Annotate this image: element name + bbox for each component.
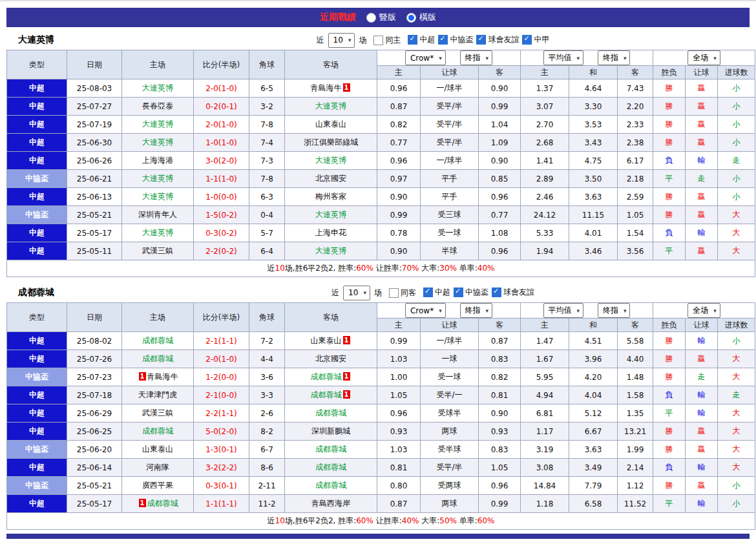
same-venue-checkbox[interactable]: 同主 [373, 35, 401, 46]
col-avg-draw: 和 [569, 66, 618, 79]
match-date: 25-07-18 [67, 386, 122, 404]
league-filter-label: 中協盃 [450, 34, 473, 45]
away-team: 梅州客家 [285, 188, 377, 206]
avg-home: 4.94 [521, 386, 569, 404]
summary-segment: 50% [439, 516, 457, 525]
team-name: 武漢三鎮 [142, 246, 173, 255]
goals-result: 小 [718, 134, 755, 152]
scope-select-group: 全场 ▾ [653, 50, 755, 66]
away-team: 山東泰山1 [285, 332, 377, 350]
result: 勝 [653, 116, 686, 134]
score: 0-3(0-1) [194, 477, 249, 495]
checkbox-checked-icon[interactable] [492, 288, 501, 297]
team-name: 長春亞泰 [142, 101, 173, 110]
col-corner: 角球 [249, 50, 285, 79]
avg-home: 1.17 [521, 423, 569, 441]
scope-select[interactable]: 全场 ▾ [688, 303, 720, 318]
match-date: 25-06-25 [67, 423, 122, 441]
match-row: 中協盃25-05-21廣西平果0-3(0-1)2-11成都蓉城0.80受两球0.… [7, 477, 755, 495]
league-filter-checkbox[interactable]: 中超 [423, 287, 450, 298]
away-team: 成都蓉城 [285, 441, 377, 459]
corner-score: 6-5 [249, 79, 285, 98]
home-team: 1青島海牛 [122, 368, 194, 386]
layout-horizontal-radio[interactable]: 橫版 [406, 12, 436, 23]
home-team: 成都蓉城 [122, 350, 194, 368]
league-filter-checkbox[interactable]: 中甲 [522, 34, 549, 45]
col-away: 客场 [285, 50, 377, 79]
avg-away: 3.56 [618, 242, 653, 260]
select-value: 全场 [693, 305, 708, 316]
handicap-line: 一/球半 [421, 79, 479, 98]
avg-home: 1.94 [521, 242, 569, 260]
league-filter-checkbox[interactable]: 中協盃 [438, 34, 473, 45]
scope-select[interactable]: 全场 ▾ [688, 50, 720, 65]
checkbox-checked-icon[interactable] [408, 35, 417, 45]
layout-vertical-radio[interactable]: 豎版 [366, 12, 396, 23]
match-date: 25-07-23 [67, 368, 122, 386]
recent-count-select[interactable]: 10 ▾ [328, 33, 355, 48]
result: 勝 [653, 423, 686, 441]
checkbox-checked-icon[interactable] [438, 35, 448, 45]
odds-home: 1.05 [377, 386, 421, 404]
match-row: 中超25-05-17大連英博0-3(0-2)5-7上海申花0.78受一球1.08… [7, 224, 755, 242]
radio-selected-icon[interactable] [406, 13, 416, 23]
odds-company-select[interactable]: Crow* ▾ [405, 303, 446, 318]
col-avg-home: 主 [521, 319, 569, 332]
summary-segment: 让胜率: [373, 516, 402, 525]
goals-result: 大 [718, 206, 755, 224]
goals-result: 走 [718, 152, 755, 170]
team-title: 大連英博 [18, 34, 54, 46]
checkbox-checked-icon[interactable] [454, 288, 463, 297]
league-filter-checkbox[interactable]: 球會友誼 [492, 287, 534, 298]
checkbox-unchecked-icon[interactable] [389, 288, 399, 298]
odds-time-select[interactable]: 终指 ▾ [460, 50, 493, 65]
team-name: 大連英博 [315, 210, 346, 219]
chevron-down-icon: ▾ [363, 289, 366, 296]
checkbox-checked-icon[interactable] [423, 288, 433, 297]
checkbox-checked-icon[interactable] [476, 35, 486, 45]
avg-away: 4.40 [618, 350, 653, 368]
checkbox-unchecked-icon[interactable] [373, 36, 383, 45]
team-name: 廣西平果 [142, 481, 173, 490]
summary-segment: 70% [402, 264, 419, 273]
avg-company-select[interactable]: 平均值 ▾ [543, 50, 584, 65]
handicap-line: 一/球半 [421, 152, 479, 170]
avg-company-select[interactable]: 平均值 ▾ [543, 303, 584, 318]
avg-away: 2.59 [618, 188, 653, 206]
col-avg-home: 主 [521, 66, 569, 79]
radio-unselected-icon[interactable] [366, 13, 376, 23]
odds-company-select[interactable]: Crow* ▾ [405, 50, 446, 65]
red-card-badge: 1 [343, 83, 350, 92]
col-result: 胜负 [653, 319, 686, 332]
match-date: 25-08-03 [67, 79, 122, 98]
result: 勝 [653, 206, 686, 224]
match-row: 中超25-07-27長春亞泰0-2(0-1)3-2大連英博0.87受平/半0.9… [7, 98, 755, 116]
col-home: 主场 [122, 303, 194, 332]
handicap-result: 輸 [686, 152, 718, 170]
same-venue-checkbox[interactable]: 同客 [389, 288, 416, 298]
checkbox-checked-icon[interactable] [522, 35, 532, 45]
red-card-badge: 1 [139, 372, 146, 381]
odds-away: 1.08 [479, 224, 521, 242]
section-chengdu-rongcheng: 成都蓉城 近 10 ▾ 场 同客 中超中協盃球會友誼 类型 [6, 283, 750, 530]
odds-home: 0.78 [377, 224, 421, 242]
avg-time-select[interactable]: 终指 ▾ [598, 303, 631, 318]
handicap-result: 贏 [686, 206, 718, 224]
recent-count-select[interactable]: 10 ▾ [343, 286, 370, 300]
league-badge: 中超 [7, 459, 67, 477]
chevron-down-icon: ▾ [577, 308, 580, 314]
avg-home: 1.67 [521, 350, 569, 368]
score: 1-0(1-0) [194, 134, 249, 152]
odds-away: 0.87 [479, 332, 521, 350]
league-filter-checkbox[interactable]: 中超 [408, 34, 435, 45]
home-team: 成都蓉城 [122, 332, 194, 350]
league-filter-checkbox[interactable]: 中協盃 [454, 287, 488, 298]
odds-time-select[interactable]: 终指 ▾ [460, 303, 493, 318]
avg-time-select[interactable]: 终指 ▾ [598, 50, 631, 65]
goals-result: 大 [718, 224, 755, 242]
corner-score: 6-4 [249, 242, 285, 260]
handicap-result: 輸 [686, 459, 718, 477]
away-team: 大連英博 [285, 152, 377, 170]
league-filter-checkbox[interactable]: 球會友誼 [476, 34, 519, 45]
avg-draw: 4.04 [569, 386, 618, 404]
